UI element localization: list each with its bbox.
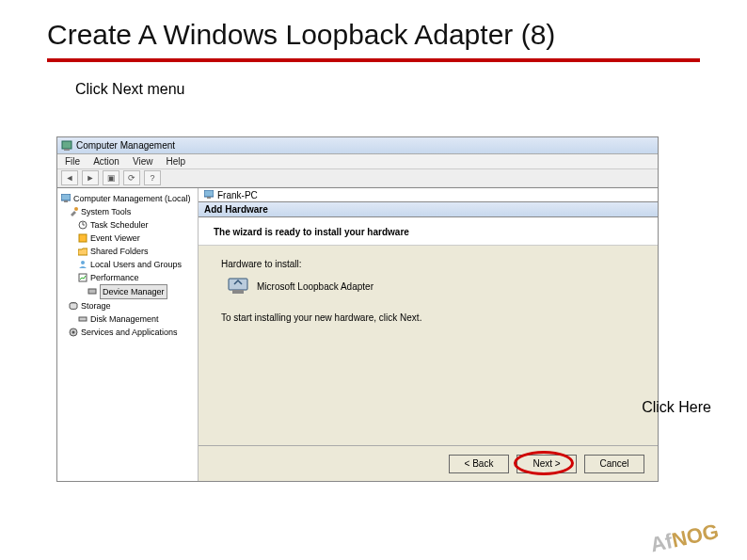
toolbar-refresh-button[interactable]: ⟳ [123, 170, 140, 185]
toolbar-forward-button[interactable]: ► [82, 170, 99, 185]
clock-icon [78, 220, 87, 230]
device-icon [87, 287, 97, 296]
tree-device-manager[interactable]: Device Manager [59, 284, 196, 299]
slide-title: Create A Windows Loopback Adapter (8) [47, 19, 700, 58]
hardware-name: Microsoft Loopback Adapter [257, 281, 374, 292]
tree-label: Local Users and Groups [90, 258, 182, 271]
menubar: File Action View Help [57, 154, 658, 169]
menu-help[interactable]: Help [166, 156, 185, 167]
wizard-start-text: To start installing your new hardware, c… [221, 312, 635, 323]
click-here-annotation: Click Here [642, 399, 711, 416]
svg-rect-14 [204, 190, 214, 197]
toolbar-up-button[interactable]: ▣ [103, 170, 119, 185]
tree-label: Performance [90, 271, 139, 284]
tree-root-label: Computer Management (Local) [73, 192, 191, 205]
wrench-icon [69, 207, 78, 216]
svg-rect-6 [79, 234, 87, 242]
tree-label: Storage [81, 299, 111, 312]
tree-event-viewer[interactable]: Event Viewer [59, 232, 196, 245]
wizard-body: Hardware to install: Microsoft Loopback … [199, 246, 658, 445]
menu-file[interactable]: File [65, 156, 80, 167]
toolbar-help-button[interactable]: ? [144, 170, 161, 185]
svg-point-7 [81, 261, 85, 264]
wizard-footer: < Back Next > Cancel [199, 445, 658, 481]
storage-icon [69, 301, 78, 311]
menu-view[interactable]: View [133, 156, 153, 167]
toolbar-back-button[interactable]: ◄ [61, 170, 78, 185]
nav-tree: Computer Management (Local) System Tools… [57, 188, 199, 481]
pc-name-label: Frank-PC [217, 190, 258, 200]
tree-label: Services and Applications [81, 326, 178, 339]
svg-point-13 [72, 331, 75, 334]
performance-icon [78, 273, 87, 282]
tree-task-scheduler[interactable]: Task Scheduler [59, 218, 196, 232]
wizard-header: The wizard is ready to install your hard… [199, 217, 658, 246]
folder-icon [78, 247, 87, 256]
menu-action[interactable]: Action [93, 156, 119, 167]
svg-rect-1 [64, 149, 70, 151]
hardware-item: Microsoft Loopback Adapter [221, 275, 635, 297]
tree-root[interactable]: Computer Management (Local) [59, 192, 196, 205]
computer-icon [61, 194, 71, 203]
instruction-text: Click Next menu [75, 81, 700, 98]
toolbar: ◄ ► ▣ ⟳ ? [57, 169, 658, 186]
svg-rect-17 [232, 290, 244, 294]
afnog-logo: AfNOG [648, 520, 721, 558]
tree-label: Disk Management [90, 312, 159, 326]
computer-management-window: Computer Management File Action View Hel… [56, 136, 659, 188]
tree-label: Task Scheduler [90, 218, 149, 232]
tree-shared-folders[interactable]: Shared Folders [59, 245, 196, 258]
tree-local-users[interactable]: Local Users and Groups [59, 258, 196, 271]
svg-rect-2 [61, 194, 71, 200]
tree-label: System Tools [81, 205, 131, 218]
disk-icon [78, 314, 87, 324]
hardware-to-install-label: Hardware to install: [221, 259, 635, 269]
services-icon [69, 328, 78, 337]
add-hardware-wizard: Add Hardware The wizard is ready to inst… [199, 201, 658, 481]
svg-rect-3 [64, 200, 68, 202]
tree-storage[interactable]: Storage [59, 299, 196, 312]
computer-icon [204, 190, 214, 200]
svg-rect-11 [79, 317, 87, 321]
app-icon [61, 140, 72, 152]
title-underline [47, 58, 700, 62]
logo-nog: NOG [669, 520, 720, 552]
wizard-titlebar: Add Hardware [199, 202, 658, 217]
tree-disk-management[interactable]: Disk Management [59, 312, 196, 326]
tree-system-tools[interactable]: System Tools [59, 205, 196, 218]
cancel-button[interactable]: Cancel [584, 455, 644, 473]
content-area: Computer Management (Local) System Tools… [56, 188, 659, 482]
tree-label: Shared Folders [90, 245, 149, 258]
network-adapter-icon [227, 275, 249, 297]
users-icon [78, 260, 87, 269]
event-icon [78, 233, 87, 243]
device-root[interactable]: Frank-PC [199, 188, 658, 201]
svg-rect-9 [88, 289, 96, 294]
back-button[interactable]: < Back [449, 455, 509, 473]
tree-label: Event Viewer [90, 232, 140, 245]
window-title: Computer Management [76, 140, 175, 151]
window-titlebar: Computer Management [57, 137, 658, 154]
svg-rect-0 [62, 141, 72, 149]
next-button[interactable]: Next > [517, 455, 577, 473]
tree-performance[interactable]: Performance [59, 271, 196, 284]
tree-label-selected: Device Manager [100, 284, 167, 299]
svg-rect-15 [207, 197, 211, 199]
svg-point-4 [74, 207, 78, 211]
right-panel: Frank-PC Add Hardware The wizard is read… [199, 188, 658, 481]
tree-services-apps[interactable]: Services and Applications [59, 326, 196, 339]
